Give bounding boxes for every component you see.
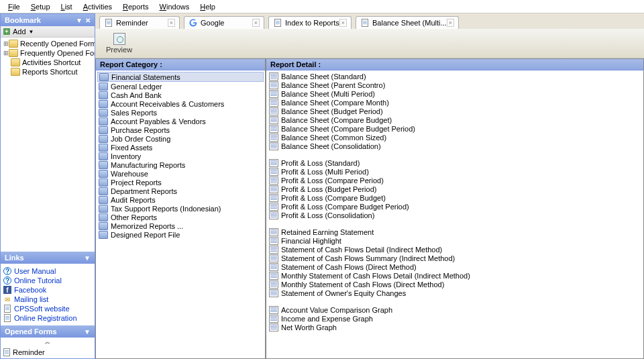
tree-item[interactable]: Reports Shortcut — [2, 67, 93, 76]
menu-help[interactable]: Help — [195, 1, 221, 12]
dropdown-icon[interactable]: ▼ — [84, 328, 91, 336]
category-item[interactable]: Other Reports — [97, 213, 264, 221]
category-icon — [99, 117, 108, 125]
report-label: Retained Earning Statement — [281, 228, 374, 236]
report-item[interactable]: Statement of Cash Flows Detail (Indirect… — [268, 245, 642, 254]
category-item[interactable]: Cash And Bank — [97, 91, 264, 99]
tab-close-icon[interactable]: × — [168, 19, 175, 27]
link-item[interactable]: CPSSoft website — [3, 304, 92, 313]
report-item[interactable]: Balance Sheet (Compare Budget Period) — [268, 124, 642, 133]
tree-item[interactable]: Activities Shortcut — [2, 58, 93, 67]
category-item[interactable]: Account Receivables & Customers — [97, 99, 264, 108]
category-item[interactable]: Inventory — [97, 152, 264, 160]
menu-list[interactable]: List — [56, 1, 78, 12]
category-item[interactable]: Financial Statements — [97, 72, 264, 82]
tab[interactable]: Index to Reports× — [268, 16, 352, 29]
category-item[interactable]: Department Reports — [97, 187, 264, 195]
tab[interactable]: Balance Sheet (Multi...× — [356, 16, 459, 29]
menu-file[interactable]: File — [3, 1, 25, 12]
category-item[interactable]: Sales Reports — [97, 108, 264, 117]
category-item[interactable]: Project Reports — [97, 178, 264, 187]
category-label: Warehouse — [111, 170, 148, 178]
menu-reports[interactable]: Reports — [117, 1, 154, 12]
category-item[interactable]: Manufacturing Reports — [97, 160, 264, 169]
report-item[interactable]: Profit & Loss (Compare Budget) — [268, 193, 642, 202]
category-label: Tax Support Reports (Indonesian) — [111, 205, 221, 213]
category-label: Other Reports — [111, 213, 157, 221]
report-item[interactable]: Monthly Statement of Cash Flows Detail (… — [268, 271, 642, 280]
link-item[interactable]: Online Registration — [3, 313, 92, 323]
category-item[interactable]: Fixed Assets — [97, 143, 264, 152]
report-item[interactable]: Net Worth Graph — [268, 323, 642, 331]
report-item[interactable]: Statement of Cash Flows (Direct Method) — [268, 262, 642, 271]
report-item[interactable]: Monthly Statement of Cash Flows (Direct … — [268, 280, 642, 289]
menu-windows[interactable]: Windows — [154, 1, 195, 12]
report-label: Balance Sheet (Budget Period) — [281, 107, 383, 115]
link-item[interactable]: ✉Mailing list — [3, 295, 92, 304]
category-item[interactable]: Job Order Costing — [97, 134, 264, 143]
category-label: Project Reports — [111, 178, 162, 187]
preview-label: Preview — [106, 46, 132, 54]
report-item[interactable]: Balance Sheet (Standard) — [268, 72, 642, 81]
expand-icon[interactable]: ⊞ — [3, 50, 9, 56]
category-label: Financial Statements — [111, 73, 180, 81]
mail-icon: ✉ — [3, 295, 11, 303]
report-label: Statement of Cash Flows (Direct Method) — [281, 263, 417, 271]
tab[interactable]: Reminder× — [99, 16, 180, 29]
menu-activities[interactable]: Activities — [78, 1, 117, 12]
bookmark-header: Bookmark ▼ ✕ — [1, 14, 95, 26]
report-item[interactable]: Statement of Cash Flows Summary (Indirec… — [268, 254, 642, 262]
tree-item[interactable]: ⊞Frequently Opened Forms — [2, 48, 93, 58]
dropdown-icon[interactable]: ▼ — [76, 17, 83, 24]
opened-form-item[interactable]: Reminder — [3, 348, 92, 357]
category-label: Department Reports — [111, 187, 177, 195]
report-icon — [269, 107, 278, 115]
category-item[interactable]: Purchase Reports — [97, 125, 264, 134]
report-item[interactable]: Balance Sheet (Budget Period) — [268, 107, 642, 115]
report-label: Profit & Loss (Compare Budget) — [281, 194, 386, 202]
report-item[interactable]: Balance Sheet (Consolidation) — [268, 142, 642, 150]
report-item[interactable]: Financial Highlight — [268, 236, 642, 245]
report-item[interactable]: Balance Sheet (Compare Month) — [268, 98, 642, 107]
add-bar[interactable]: + Add ▼ — [1, 26, 95, 38]
report-item[interactable]: Profit & Loss (Compare Period) — [268, 176, 642, 185]
report-item[interactable]: Statement of Owner's Equity Changes — [268, 289, 642, 297]
tab-close-icon[interactable]: × — [252, 19, 260, 27]
scroll-up-icon[interactable]: ︽ — [1, 338, 95, 346]
link-item[interactable]: ?Online Tutorial — [3, 276, 92, 285]
report-label: Balance Sheet (Common Sized) — [281, 134, 386, 142]
report-item[interactable]: Profit & Loss (Consolidation) — [268, 211, 642, 219]
tab[interactable]: Google× — [184, 16, 264, 29]
link-item[interactable]: fFacebook — [3, 285, 92, 295]
report-item[interactable]: Profit & Loss (Budget Period) — [268, 185, 642, 193]
expand-icon[interactable]: ⊞ — [3, 40, 9, 47]
category-label: Fixed Assets — [111, 144, 152, 152]
tree-item[interactable]: ⊞Recently Opened Forms — [2, 39, 93, 48]
report-item[interactable]: Profit & Loss (Multi Period) — [268, 167, 642, 176]
category-item[interactable]: Warehouse — [97, 169, 264, 178]
menu-setup[interactable]: Setup — [25, 1, 56, 12]
link-item[interactable]: ?User Manual — [3, 266, 92, 276]
close-icon[interactable]: ✕ — [85, 17, 91, 24]
category-item[interactable]: Designed Report File — [97, 230, 264, 239]
report-item[interactable]: Profit & Loss (Standard) — [268, 158, 642, 167]
report-item[interactable]: Income and Expense Graph — [268, 314, 642, 323]
tab-close-icon[interactable]: × — [339, 19, 347, 27]
category-item[interactable]: Memorized Reports ... — [97, 221, 264, 230]
category-item[interactable]: Audit Reports — [97, 195, 264, 204]
category-item[interactable]: Tax Support Reports (Indonesian) — [97, 204, 264, 213]
preview-button[interactable]: Preview — [101, 32, 138, 55]
report-item[interactable]: Balance Sheet (Parent Scontro) — [268, 81, 642, 89]
report-item[interactable]: Profit & Loss (Compare Budget Period) — [268, 202, 642, 211]
category-icon — [99, 83, 108, 91]
report-item[interactable]: Retained Earning Statement — [268, 227, 642, 236]
report-item[interactable]: Balance Sheet (Common Sized) — [268, 133, 642, 142]
tab-close-icon[interactable]: × — [447, 19, 454, 27]
category-item[interactable]: General Ledger — [97, 82, 264, 91]
report-item[interactable]: Account Value Comparison Graph — [268, 305, 642, 314]
report-item[interactable]: Balance Sheet (Compare Budget) — [268, 115, 642, 124]
category-item[interactable]: Account Payables & Vendors — [97, 117, 264, 125]
add-label: Add — [13, 28, 26, 36]
dropdown-icon[interactable]: ▼ — [84, 254, 91, 262]
report-item[interactable]: Balance Sheet (Multi Period) — [268, 89, 642, 98]
